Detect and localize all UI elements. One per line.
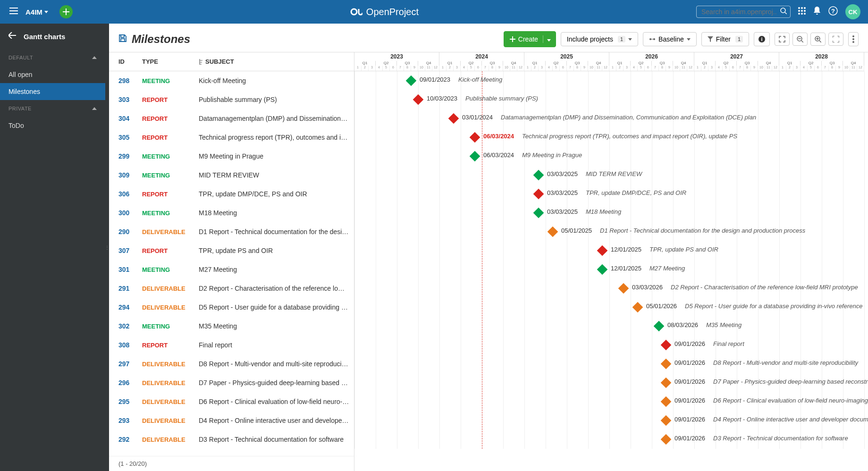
id-cell[interactable]: 305: [109, 134, 142, 141]
more-menu-button[interactable]: [848, 32, 859, 46]
milestone-diamond[interactable]: [597, 245, 608, 256]
subject-cell[interactable]: Datamanagementplan (DMP) and Disseminati…: [199, 115, 354, 122]
id-cell[interactable]: 307: [109, 247, 142, 254]
table-row[interactable]: 301MEETINGM27 Meeting: [109, 260, 354, 279]
milestone-diamond[interactable]: [597, 264, 608, 275]
id-cell[interactable]: 297: [109, 360, 142, 368]
subject-cell[interactable]: M35 Meeting: [199, 322, 354, 330]
table-row[interactable]: 294DELIVERABLED5 Report - User guide for…: [109, 298, 354, 317]
id-cell[interactable]: 290: [109, 228, 142, 236]
subject-cell[interactable]: D6 Report - Clinical evaluation of low-f…: [199, 398, 354, 405]
table-row[interactable]: 299MEETINGM9 Meeting in Prague: [109, 147, 354, 166]
id-cell[interactable]: 303: [109, 96, 142, 103]
project-selector[interactable]: A4IM: [25, 8, 48, 16]
table-row[interactable]: 305REPORTTechnical progress report (TPR)…: [109, 128, 354, 147]
table-row[interactable]: 295DELIVERABLED6 Report - Clinical evalu…: [109, 392, 354, 411]
search-icon[interactable]: [780, 8, 787, 16]
milestone-diamond[interactable]: [661, 415, 672, 426]
table-row[interactable]: 296DELIVERABLED7 Paper - Physics-guided …: [109, 373, 354, 392]
filter-button[interactable]: Filter 1: [701, 32, 749, 46]
subject-cell[interactable]: D7 Paper - Physics-guided deep-learning …: [199, 379, 354, 387]
col-type-header[interactable]: TYPE: [142, 58, 199, 65]
subject-cell[interactable]: M9 Meeting in Prague: [199, 152, 354, 160]
subject-cell[interactable]: D1 Report - Technical documentation for …: [199, 228, 354, 236]
milestone-diamond[interactable]: [548, 227, 558, 237]
avatar[interactable]: CK: [845, 4, 860, 19]
milestone-diamond[interactable]: [470, 151, 480, 162]
info-button[interactable]: i: [754, 32, 770, 46]
subject-cell[interactable]: MID TERM REVIEW: [199, 171, 354, 179]
notifications-icon[interactable]: [813, 7, 821, 17]
id-cell[interactable]: 302: [109, 322, 142, 330]
milestone-diamond[interactable]: [632, 302, 643, 313]
milestone-diamond[interactable]: [413, 94, 424, 105]
sidebar-item-milestones[interactable]: Milestones: [0, 83, 105, 100]
id-cell[interactable]: 300: [109, 209, 142, 217]
create-button[interactable]: Create: [504, 31, 556, 47]
milestone-diamond[interactable]: [533, 189, 544, 200]
sidebar-item-all-open[interactable]: All open: [0, 66, 105, 83]
id-cell[interactable]: 295: [109, 398, 142, 405]
id-cell[interactable]: 294: [109, 303, 142, 311]
id-cell[interactable]: 291: [109, 285, 142, 292]
sidebar-section-private[interactable]: PRIVATE: [0, 100, 105, 117]
back-arrow-icon[interactable]: [8, 32, 16, 41]
search-input[interactable]: [696, 6, 791, 18]
milestone-diamond[interactable]: [406, 76, 417, 86]
sidebar-item-todo[interactable]: ToDo: [0, 117, 105, 134]
subject-cell[interactable]: D2 Report - Characterisation of the refe…: [199, 285, 354, 292]
milestone-diamond[interactable]: [661, 340, 672, 351]
apps-icon[interactable]: [798, 7, 806, 17]
table-row[interactable]: 297DELIVERABLED8 Report - Multi-vendor a…: [109, 354, 354, 373]
subject-cell[interactable]: Technical progress report (TPR), outcome…: [199, 134, 354, 141]
baseline-button[interactable]: Baseline: [643, 32, 697, 46]
milestone-diamond[interactable]: [533, 208, 544, 219]
subject-cell[interactable]: D4 Report - Online interactive user and …: [199, 417, 354, 424]
id-cell[interactable]: 306: [109, 190, 142, 198]
subject-cell[interactable]: M27 Meeting: [199, 266, 354, 273]
milestone-diamond[interactable]: [661, 396, 672, 407]
id-cell[interactable]: 304: [109, 115, 142, 122]
milestone-diamond[interactable]: [470, 132, 480, 143]
table-row[interactable]: 302MEETINGM35 Meeting: [109, 317, 354, 336]
sidebar-resize-handle[interactable]: ⋮: [105, 24, 109, 471]
sidebar-section-default[interactable]: DEFAULT: [0, 49, 105, 66]
table-row[interactable]: 292DELIVERABLED3 Report - Technical docu…: [109, 430, 354, 449]
milestone-diamond[interactable]: [618, 283, 629, 294]
subject-cell[interactable]: D8 Report - Multi-vendor and multi-site …: [199, 360, 354, 368]
table-row[interactable]: 304REPORTDatamanagementplan (DMP) and Di…: [109, 109, 354, 128]
id-cell[interactable]: 308: [109, 341, 142, 349]
help-icon[interactable]: ?: [828, 6, 838, 17]
id-cell[interactable]: 301: [109, 266, 142, 273]
zoom-out-button[interactable]: [792, 33, 808, 46]
milestone-diamond[interactable]: [661, 378, 672, 388]
id-cell[interactable]: 309: [109, 171, 142, 179]
table-row[interactable]: 309MEETINGMID TERM REVIEW: [109, 166, 354, 185]
subject-cell[interactable]: D5 Report - User guide for a database pr…: [199, 303, 354, 311]
include-projects-button[interactable]: Include projects 1: [561, 32, 638, 46]
subject-cell[interactable]: TPR, update DMP/DCE, PS and OIR: [199, 190, 354, 198]
table-row[interactable]: 308REPORTFinal report: [109, 336, 354, 354]
id-cell[interactable]: 293: [109, 417, 142, 424]
table-row[interactable]: 291DELIVERABLED2 Report - Characterisati…: [109, 279, 354, 298]
subject-cell[interactable]: TPR, update PS and OIR: [199, 247, 354, 254]
table-row[interactable]: 300MEETINGM18 Meeting: [109, 203, 354, 222]
subject-cell[interactable]: D3 Report - Technical documentation for …: [199, 436, 354, 443]
id-cell[interactable]: 292: [109, 436, 142, 443]
save-icon[interactable]: [118, 34, 127, 44]
subject-cell[interactable]: Final report: [199, 341, 354, 349]
fullscreen-button[interactable]: [828, 33, 843, 46]
table-row[interactable]: 307REPORTTPR, update PS and OIR: [109, 241, 354, 260]
milestone-diamond[interactable]: [533, 170, 544, 181]
id-cell[interactable]: 296: [109, 379, 142, 387]
table-row[interactable]: 293DELIVERABLED4 Report - Online interac…: [109, 411, 354, 430]
milestone-diamond[interactable]: [661, 359, 672, 370]
zoom-in-button[interactable]: [810, 33, 826, 46]
subject-cell[interactable]: Publishable summary (PS): [199, 96, 354, 103]
col-id-header[interactable]: ID: [109, 58, 142, 65]
menu-icon[interactable]: [8, 6, 20, 18]
id-cell[interactable]: 298: [109, 77, 142, 84]
subject-cell[interactable]: Kick-off Meeting: [199, 77, 354, 84]
table-row[interactable]: 306REPORTTPR, update DMP/DCE, PS and OIR: [109, 185, 354, 203]
milestone-diamond[interactable]: [661, 434, 672, 445]
